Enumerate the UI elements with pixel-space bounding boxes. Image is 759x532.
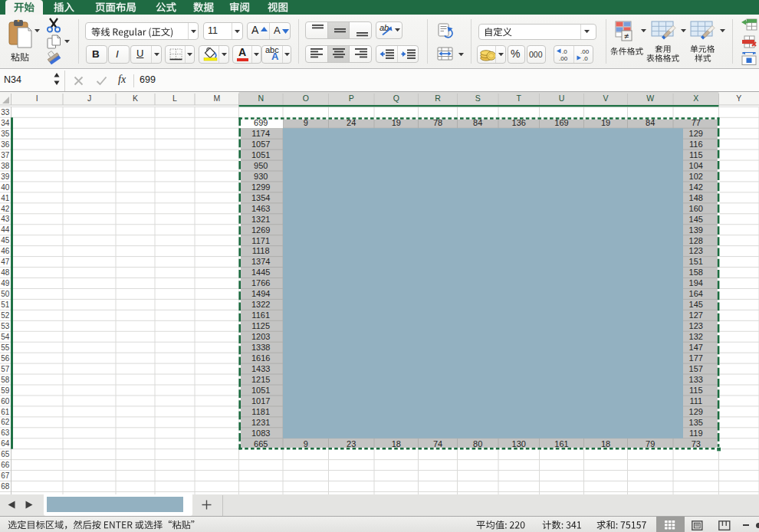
- svg-text:43: 43: [1, 215, 10, 223]
- svg-text:123: 123: [689, 246, 703, 255]
- svg-text:158: 158: [689, 268, 703, 277]
- svg-text:45: 45: [1, 236, 10, 245]
- svg-text:133: 133: [689, 375, 703, 384]
- svg-text:P: P: [349, 94, 354, 103]
- svg-text:O: O: [303, 94, 309, 103]
- svg-text:139: 139: [689, 225, 703, 235]
- svg-text:79: 79: [646, 439, 655, 448]
- svg-text:38: 38: [1, 162, 10, 170]
- svg-text:1445: 1445: [251, 268, 270, 277]
- svg-text:I: I: [36, 94, 38, 103]
- svg-text:1616: 1616: [251, 353, 270, 363]
- svg-text:66: 66: [1, 461, 10, 469]
- svg-text:68: 68: [1, 482, 10, 491]
- svg-text:161: 161: [554, 439, 568, 448]
- svg-text:1174: 1174: [251, 129, 270, 138]
- svg-text:9: 9: [304, 439, 308, 448]
- svg-text:1322: 1322: [251, 300, 270, 309]
- svg-text:Y: Y: [736, 94, 741, 103]
- svg-text:1203: 1203: [251, 332, 270, 341]
- svg-text:S: S: [475, 94, 481, 103]
- svg-text:1181: 1181: [251, 407, 270, 416]
- svg-text:56: 56: [1, 354, 10, 363]
- svg-text:Q: Q: [393, 94, 399, 103]
- svg-text:1374: 1374: [251, 257, 270, 266]
- svg-text:63: 63: [1, 429, 10, 437]
- svg-text:147: 147: [689, 343, 703, 352]
- svg-text:24: 24: [347, 118, 356, 127]
- svg-text:37: 37: [1, 151, 10, 159]
- svg-text:1231: 1231: [251, 418, 270, 427]
- svg-text:164: 164: [689, 289, 703, 298]
- svg-text:129: 129: [689, 129, 703, 138]
- svg-text:34: 34: [1, 119, 10, 127]
- svg-text:60: 60: [1, 397, 10, 406]
- svg-text:33: 33: [1, 108, 10, 117]
- svg-text:N: N: [258, 94, 264, 103]
- svg-text:46: 46: [1, 247, 10, 255]
- svg-text:1051: 1051: [251, 150, 270, 159]
- svg-text:X: X: [693, 94, 698, 103]
- svg-text:R: R: [435, 94, 441, 103]
- svg-text:40: 40: [1, 183, 10, 192]
- svg-text:V: V: [603, 94, 608, 103]
- svg-text:1051: 1051: [251, 386, 270, 395]
- svg-text:169: 169: [554, 118, 568, 127]
- svg-text:1494: 1494: [251, 289, 270, 298]
- svg-text:136: 136: [512, 118, 526, 127]
- svg-text:49: 49: [1, 279, 10, 287]
- svg-text:59: 59: [1, 386, 10, 395]
- svg-text:T: T: [517, 94, 522, 103]
- svg-text:115: 115: [689, 150, 703, 159]
- svg-text:19: 19: [392, 118, 401, 127]
- svg-text:145: 145: [689, 215, 703, 224]
- svg-text:1354: 1354: [251, 193, 270, 202]
- svg-text:47: 47: [1, 258, 10, 266]
- svg-text:1118: 1118: [252, 246, 270, 255]
- svg-text:K: K: [133, 94, 138, 103]
- svg-text:35: 35: [1, 130, 10, 138]
- svg-text:129: 129: [689, 407, 703, 416]
- svg-text:77: 77: [692, 118, 701, 127]
- svg-text:1338: 1338: [251, 343, 270, 352]
- svg-text:64: 64: [1, 439, 10, 448]
- svg-text:65: 65: [1, 450, 10, 458]
- svg-text:M: M: [213, 94, 220, 103]
- svg-text:145: 145: [689, 300, 703, 309]
- svg-text:1269: 1269: [251, 225, 270, 235]
- svg-text:9: 9: [304, 118, 308, 127]
- svg-text:177: 177: [689, 353, 703, 363]
- svg-text:1083: 1083: [251, 429, 270, 438]
- svg-text:36: 36: [1, 140, 10, 149]
- svg-text:≠: ≠: [624, 31, 629, 41]
- svg-text:61: 61: [1, 408, 10, 416]
- svg-text:18: 18: [601, 439, 610, 448]
- svg-text:67: 67: [1, 471, 10, 480]
- svg-text:1321: 1321: [251, 215, 270, 224]
- svg-text:665: 665: [254, 439, 268, 448]
- svg-text:102: 102: [689, 172, 703, 181]
- svg-text:62: 62: [1, 418, 10, 426]
- svg-text:130: 130: [512, 439, 526, 448]
- svg-text:51: 51: [1, 300, 10, 309]
- svg-text:115: 115: [689, 386, 703, 395]
- svg-text:116: 116: [689, 140, 703, 149]
- svg-text:41: 41: [1, 194, 10, 202]
- svg-text:148: 148: [689, 193, 703, 202]
- svg-text:104: 104: [689, 161, 703, 170]
- svg-text:L: L: [172, 94, 177, 103]
- svg-text:128: 128: [689, 236, 703, 245]
- svg-text:132: 132: [689, 332, 703, 341]
- svg-text:80: 80: [473, 439, 482, 448]
- svg-text:42: 42: [1, 205, 10, 213]
- svg-text:39: 39: [1, 172, 10, 181]
- svg-text:135: 135: [689, 418, 703, 427]
- svg-text:1299: 1299: [251, 182, 270, 192]
- svg-text:73: 73: [692, 439, 701, 448]
- svg-text:950: 950: [254, 161, 268, 170]
- svg-text:53: 53: [1, 322, 10, 330]
- svg-text:78: 78: [433, 118, 442, 127]
- svg-text:84: 84: [646, 118, 655, 127]
- svg-text:160: 160: [689, 204, 703, 213]
- svg-text:74: 74: [433, 439, 442, 448]
